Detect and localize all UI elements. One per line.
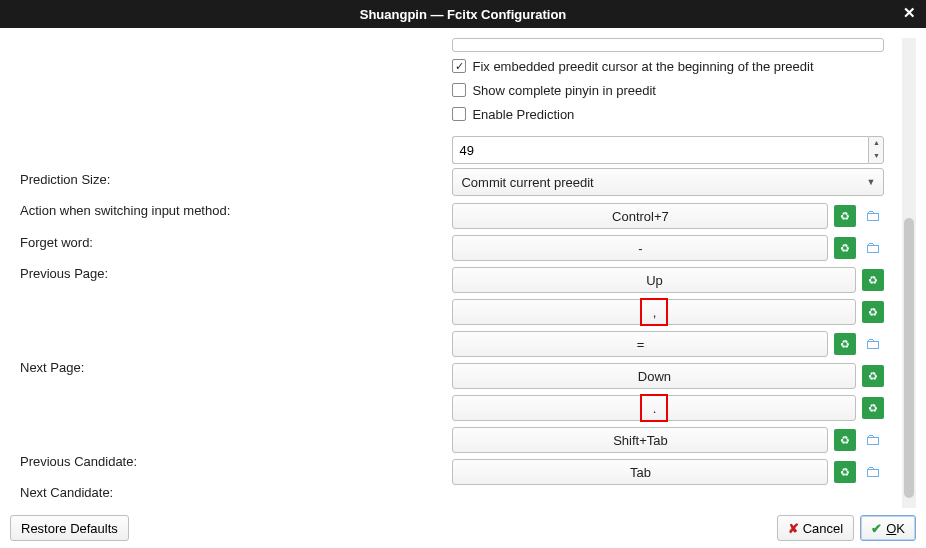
window-title: Shuangpin — Fcitx Configuration xyxy=(360,7,567,22)
close-icon[interactable]: ✕ xyxy=(903,4,916,22)
title-bar: Shuangpin — Fcitx Configuration ✕ xyxy=(0,0,926,28)
